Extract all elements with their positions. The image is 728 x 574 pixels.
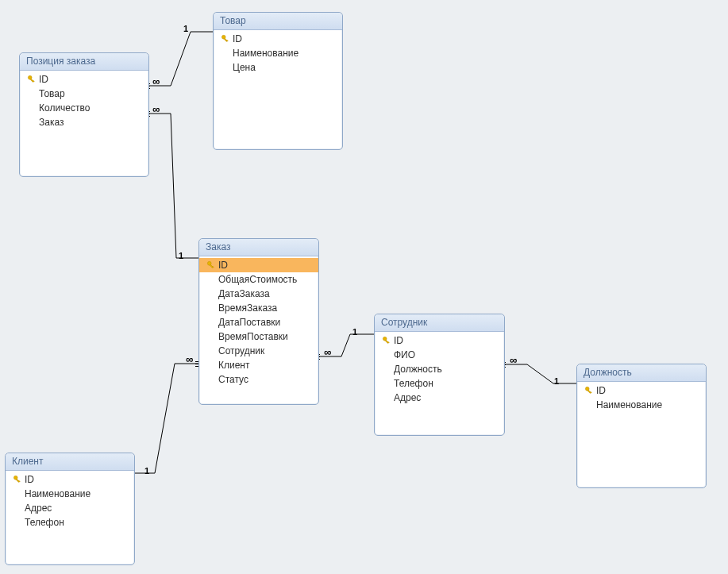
primary-key-icon	[218, 34, 233, 44]
field-label: ID	[25, 473, 34, 486]
entity-client[interactable]: КлиентIDНаименованиеАдресТелефон	[5, 453, 135, 565]
field-row[interactable]: ID	[199, 258, 318, 272]
cardinality-one-label: 1	[554, 376, 559, 386]
field-row[interactable]: Клиент	[199, 358, 318, 372]
cardinality-one-label: 1	[352, 327, 357, 337]
field-row[interactable]: Заказ	[20, 115, 148, 129]
field-row[interactable]: ФИО	[375, 348, 504, 362]
field-label: ID	[39, 73, 48, 86]
entity-body: IDНаименованиеАдресТелефон	[6, 471, 134, 534]
field-row[interactable]: ДатаПоставки	[199, 315, 318, 329]
field-label: ОбщаяСтоимость	[218, 273, 297, 286]
field-label: Наименование	[596, 399, 662, 411]
field-label: Количество	[39, 102, 90, 114]
entity-header[interactable]: Должность	[577, 364, 706, 382]
entity-body: IDФИОДолжностьТелефонАдрес	[375, 332, 504, 410]
field-label: Товар	[39, 87, 65, 100]
field-label: ID	[218, 259, 228, 272]
field-row[interactable]: Наименование	[577, 398, 706, 412]
field-row[interactable]: Телефон	[375, 376, 504, 391]
field-label: Телефон	[25, 516, 64, 529]
field-label: ID	[596, 384, 606, 397]
field-row[interactable]: Наименование	[6, 487, 134, 501]
field-label: Должность	[394, 363, 442, 376]
entity-position[interactable]: Позиция заказаIDТоварКоличествоЗаказ	[19, 52, 149, 177]
field-row[interactable]: Адрес	[6, 501, 134, 515]
field-row[interactable]: ID	[577, 383, 706, 398]
entity-job[interactable]: ДолжностьIDНаименование	[576, 364, 707, 488]
entity-header[interactable]: Товар	[214, 13, 342, 30]
primary-key-icon	[379, 336, 394, 345]
field-row[interactable]: ВремяПоставки	[199, 329, 318, 344]
entity-product[interactable]: ТоварIDНаименованиеЦена	[213, 12, 343, 150]
primary-key-icon	[25, 75, 39, 84]
cardinality-many-label: ∞	[152, 78, 160, 86]
field-row[interactable]: ID	[214, 32, 342, 46]
field-label: Заказ	[39, 116, 64, 129]
field-row[interactable]: ID	[20, 72, 148, 87]
field-row[interactable]: Сотрудник	[199, 344, 318, 358]
field-label: ID	[394, 334, 403, 347]
field-row[interactable]: Цена	[214, 60, 342, 75]
cardinality-one-label: 1	[144, 466, 149, 476]
entity-header[interactable]: Заказ	[199, 239, 318, 256]
field-label: Адрес	[25, 502, 52, 514]
field-label: Наименование	[233, 47, 299, 60]
field-label: ДатаЗаказа	[218, 287, 270, 300]
field-row[interactable]: ДатаЗаказа	[199, 287, 318, 301]
field-row[interactable]: Количество	[20, 101, 148, 115]
entity-body: IDОбщаяСтоимостьДатаЗаказаВремяЗаказаДат…	[199, 256, 318, 391]
field-label: ID	[233, 33, 242, 45]
field-row[interactable]: Адрес	[375, 391, 504, 405]
field-label: Наименование	[25, 487, 91, 500]
field-label: ДатаПоставки	[218, 316, 280, 329]
cardinality-many-label: ∞	[152, 106, 160, 114]
entity-body: IDТоварКоличествоЗаказ	[20, 71, 148, 134]
field-row[interactable]: Должность	[375, 362, 504, 376]
entity-header[interactable]: Клиент	[6, 453, 134, 471]
entity-body: IDНаименование	[577, 382, 706, 417]
cardinality-one-label: 1	[183, 24, 188, 33]
field-row[interactable]: ID	[375, 333, 504, 348]
cardinality-many-label: ∞	[510, 356, 517, 364]
primary-key-icon	[582, 386, 596, 395]
field-label: ВремяПоставки	[218, 330, 288, 343]
field-row[interactable]: ОбщаяСтоимость	[199, 272, 318, 287]
entity-header[interactable]: Позиция заказа	[20, 53, 148, 71]
field-label: ВремяЗаказа	[218, 302, 277, 314]
cardinality-many-label: ∞	[186, 356, 193, 364]
field-row[interactable]: Телефон	[6, 515, 134, 530]
field-label: Статус	[218, 373, 248, 386]
field-label: ФИО	[394, 349, 415, 361]
field-label: Клиент	[218, 359, 250, 372]
er-diagram-canvas: { "entities": [ { "id": "position", "tit…	[0, 0, 728, 574]
cardinality-one-label: 1	[179, 251, 183, 260]
field-row[interactable]: Статус	[199, 372, 318, 387]
field-label: Телефон	[394, 377, 433, 390]
field-label: Адрес	[394, 391, 421, 404]
field-row[interactable]: Наименование	[214, 46, 342, 60]
entity-header[interactable]: Сотрудник	[375, 314, 504, 332]
field-label: Цена	[233, 61, 256, 74]
field-row[interactable]: ID	[6, 472, 134, 487]
entity-body: IDНаименованиеЦена	[214, 30, 342, 79]
entity-employee[interactable]: СотрудникIDФИОДолжностьТелефонАдрес	[374, 314, 505, 436]
field-row[interactable]: ВремяЗаказа	[199, 301, 318, 315]
field-label: Сотрудник	[218, 345, 264, 357]
entity-order[interactable]: ЗаказIDОбщаяСтоимостьДатаЗаказаВремяЗака…	[198, 238, 319, 405]
cardinality-many-label: ∞	[324, 349, 331, 356]
field-row[interactable]: Товар	[20, 87, 148, 101]
primary-key-icon	[204, 260, 218, 270]
primary-key-icon	[10, 475, 25, 484]
